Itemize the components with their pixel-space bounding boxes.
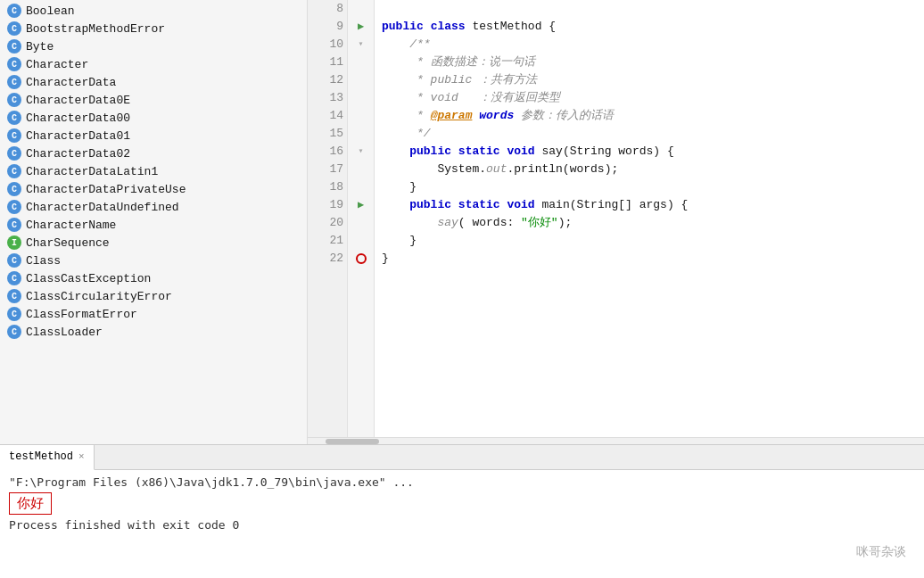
class-icon: C: [7, 307, 21, 321]
line-number: 22: [308, 250, 347, 268]
line-numbers: 8910111213141516171819202122: [308, 0, 348, 437]
gutter-row: [348, 214, 374, 232]
gutter-row: ▾: [348, 36, 374, 54]
run-arrow-icon[interactable]: ▶: [358, 196, 364, 214]
sidebar-item[interactable]: CClass: [0, 252, 307, 269]
class-icon: C: [7, 218, 21, 232]
code-line: System.out.println(words);: [382, 161, 924, 178]
class-icon: C: [7, 93, 21, 107]
sidebar-item-label: ClassCircularityError: [26, 290, 172, 303]
class-icon: C: [7, 289, 21, 303]
sidebar-item[interactable]: CByte: [0, 37, 307, 55]
sidebar-item[interactable]: CClassFormatError: [0, 305, 307, 323]
gutter-row: [348, 0, 374, 18]
class-icon: C: [7, 325, 21, 339]
sidebar-item-label: CharacterDataPrivateUse: [26, 183, 186, 196]
code-line: [382, 0, 924, 18]
line-number: 16: [308, 143, 347, 161]
sidebar-item-label: CharacterDataUndefined: [26, 201, 179, 214]
line-number: 20: [308, 214, 347, 232]
fold-icon[interactable]: ▾: [358, 143, 363, 161]
sidebar-item[interactable]: CClassCircularityError: [0, 287, 307, 305]
line-number: 21: [308, 232, 347, 250]
gutter-row: [348, 178, 374, 196]
sidebar-item-label: CharacterData01: [26, 129, 130, 143]
class-icon: C: [7, 200, 21, 214]
code-line: public static void say(String words) {: [382, 143, 924, 161]
sidebar-item[interactable]: CCharacterDataUndefined: [0, 198, 307, 216]
code-line: public static void main(String[] args) {: [382, 196, 924, 214]
gutter-row: [348, 250, 374, 268]
sidebar-item[interactable]: CCharacterDataLatin1: [0, 162, 307, 180]
console-command: "F:\Program Files (x86)\Java\jdk1.7.0_79…: [9, 475, 915, 489]
sidebar-item[interactable]: CCharacterData: [0, 73, 307, 91]
sidebar-item-label: Character: [26, 58, 88, 71]
code-line: * 函数描述：说一句话: [382, 54, 924, 71]
sidebar-item-label: ClassLoader: [26, 326, 103, 339]
code-line: * public ：共有方法: [382, 71, 924, 89]
sidebar-item[interactable]: CCharacterName: [0, 216, 307, 234]
interface-icon: I: [7, 235, 21, 250]
code-line: }: [382, 250, 924, 268]
sidebar-item[interactable]: CBootstrapMethodError: [0, 20, 307, 37]
code-container: 8910111213141516171819202122 ▶▾▾▶ public…: [308, 0, 924, 437]
sidebar: CBooleanCBootstrapMethodErrorCByteCChara…: [0, 0, 308, 444]
sidebar-item-label: ClassFormatError: [26, 308, 137, 321]
sidebar-item-label: CharSequence: [26, 236, 110, 250]
sidebar-item[interactable]: CCharacterDataPrivateUse: [0, 180, 307, 198]
sidebar-item[interactable]: CCharacterData00: [0, 109, 307, 127]
gutter-row: ▾: [348, 143, 374, 161]
bottom-panel: testMethod × "F:\Program Files (x86)\Jav…: [0, 444, 924, 578]
line-number: 14: [308, 107, 347, 125]
sidebar-item[interactable]: ICharSequence: [0, 234, 307, 252]
class-icon: C: [7, 39, 21, 54]
code-line: say( words: "你好");: [382, 214, 924, 232]
sidebar-item[interactable]: CCharacter: [0, 55, 307, 73]
run-arrow-icon[interactable]: ▶: [358, 18, 364, 36]
tab-close-button[interactable]: ×: [78, 451, 85, 462]
class-icon: C: [7, 128, 21, 143]
class-icon: C: [7, 4, 21, 18]
code-line: public class testMethod {: [382, 18, 924, 36]
class-icon: C: [7, 253, 21, 268]
code-line: /**: [382, 36, 924, 54]
sidebar-item-label: CharacterDataLatin1: [26, 165, 158, 178]
line-number: 10: [308, 36, 347, 54]
sidebar-item[interactable]: CCharacterData0E: [0, 91, 307, 109]
code-line: }: [382, 232, 924, 250]
main-area: CBooleanCBootstrapMethodErrorCByteCChara…: [0, 0, 924, 444]
class-icon: C: [7, 57, 21, 71]
console-output: 你好: [9, 492, 52, 515]
editor-area: 8910111213141516171819202122 ▶▾▾▶ public…: [308, 0, 924, 444]
class-icon: C: [7, 111, 21, 125]
sidebar-item[interactable]: CBoolean: [0, 2, 307, 20]
line-number: 17: [308, 161, 347, 178]
line-number: 8: [308, 0, 347, 18]
line-number: 11: [308, 54, 347, 71]
sidebar-item-label: ClassCastException: [26, 272, 151, 285]
horizontal-scrollbar[interactable]: [308, 437, 924, 444]
line-number: 19: [308, 196, 347, 214]
sidebar-item-label: CharacterName: [26, 219, 116, 232]
class-icon: C: [7, 271, 21, 285]
console-tab[interactable]: testMethod ×: [0, 445, 95, 470]
fold-icon[interactable]: ▾: [358, 36, 363, 54]
sidebar-item-label: Class: [26, 254, 61, 268]
sidebar-item[interactable]: CClassCastException: [0, 269, 307, 287]
sidebar-item[interactable]: CClassLoader: [0, 323, 307, 341]
sidebar-item[interactable]: CCharacterData01: [0, 127, 307, 144]
class-icon: C: [7, 164, 21, 178]
line-number: 9: [308, 18, 347, 36]
console-exit-message: Process finished with exit code 0: [9, 518, 915, 532]
sidebar-item-label: CharacterData: [26, 76, 116, 89]
breakpoint-icon[interactable]: [356, 253, 367, 264]
sidebar-item[interactable]: CCharacterData02: [0, 144, 307, 162]
sidebar-item-label: BootstrapMethodError: [26, 22, 165, 36]
class-icon: C: [7, 182, 21, 196]
gutter-row: [348, 161, 374, 178]
line-number: 18: [308, 178, 347, 196]
line-number: 12: [308, 71, 347, 89]
tab-bar: testMethod ×: [0, 445, 924, 470]
code-lines: public class testMethod { /** * 函数描述：说一句…: [375, 0, 924, 437]
gutter-row: ▶: [348, 196, 374, 214]
